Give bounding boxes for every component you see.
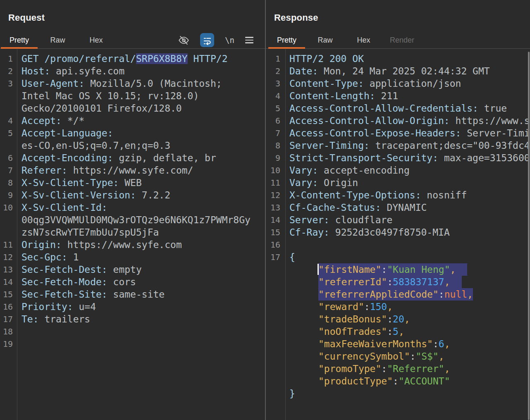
line-number xyxy=(266,338,285,350)
code-text: { xyxy=(285,251,295,263)
code-row: 10Vary: accept-encoding xyxy=(266,164,530,177)
code-text: X-Sv-Client-Id: xyxy=(17,201,107,214)
code-row: 2Date: Mon, 24 Mar 2025 02:44:32 GMT xyxy=(266,65,530,77)
code-text: Access-Control-Allow-Credentials: true xyxy=(285,102,507,115)
code-text: Referer: https://www.syfe.com/ xyxy=(17,164,193,177)
response-tabs: PrettyRawHexRender xyxy=(267,32,421,48)
line-number xyxy=(266,350,285,363)
code-row: 7Access-Control-Expose-Headers: Server-T… xyxy=(266,127,530,139)
line-number: 12 xyxy=(266,189,285,201)
code-row: 17Te: trailers xyxy=(0,313,265,325)
hide-nonprintables-icon[interactable] xyxy=(178,35,189,46)
line-number: 11 xyxy=(0,239,17,251)
code-row: 3User-Agent: Mozilla/5.0 (Macintosh; xyxy=(0,77,265,90)
code-text: Accept-Language: xyxy=(17,127,113,139)
code-row: 4Content-Length: 211 xyxy=(266,90,530,102)
line-number: 15 xyxy=(266,226,285,239)
line-number xyxy=(0,226,17,239)
response-editor[interactable]: 1HTTP/2 200 OK2Date: Mon, 24 Mar 2025 02… xyxy=(266,49,530,420)
line-number xyxy=(0,102,17,115)
line-number: 3 xyxy=(0,77,17,90)
code-row: Intel Mac OS X 10.15; rv:128.0) xyxy=(0,90,265,102)
code-text: Access-Control-Allow-Origin: https://www… xyxy=(285,115,530,127)
code-text: Cf-Ray: 9252d3c0497f8750-MIA xyxy=(285,226,450,239)
line-number: 16 xyxy=(0,301,17,313)
code-text: "firstName":"Kuan Heng", xyxy=(285,263,467,276)
line-number xyxy=(266,301,285,313)
tab-raw[interactable]: Raw xyxy=(306,32,344,48)
text-selection: "referrerAppliedCode":null, xyxy=(318,288,473,301)
request-panel: Request PrettyRawHex xyxy=(0,0,265,420)
code-text: HTTP/2 200 OK xyxy=(285,52,364,65)
tab-hex[interactable]: Hex xyxy=(77,32,115,48)
code-row: 8Server-Timing: traceparent;desc="00-93f… xyxy=(266,139,530,152)
tab-render: Render xyxy=(383,32,421,48)
code-row: "referrerId":583837137, xyxy=(266,276,530,288)
line-number: 14 xyxy=(266,214,285,226)
code-text: Content-Type: application/json xyxy=(285,77,461,90)
code-text: es-CO,en-US;q=0.7,en;q=0.3 xyxy=(17,139,170,152)
line-number: 3 xyxy=(266,77,285,90)
code-text: Priority: u=4 xyxy=(17,301,96,313)
line-number: 16 xyxy=(266,239,285,251)
code-text: Origin: https://www.syfe.com xyxy=(17,239,182,251)
code-row: "tradeBonus":20, xyxy=(266,313,530,325)
code-row: 16 xyxy=(266,239,530,251)
code-row: 19 xyxy=(0,338,265,350)
code-row: 12X-Content-Type-Options: nosniff xyxy=(266,189,530,201)
code-text: Sec-Fetch-Site: same-site xyxy=(17,288,165,301)
menu-icon[interactable] xyxy=(245,37,253,43)
line-number: 13 xyxy=(0,263,17,276)
line-number: 4 xyxy=(266,90,285,102)
code-text xyxy=(17,325,21,338)
code-text: zsN7scRwYTE7mbUu7spU5jFa xyxy=(17,226,159,239)
code-text: "noOfTrades":5, xyxy=(285,325,404,338)
tab-pretty[interactable]: Pretty xyxy=(267,32,306,48)
text-cursor xyxy=(318,264,319,275)
line-number: 15 xyxy=(0,288,17,301)
code-text: Accept: */* xyxy=(17,115,84,127)
code-row: 14Server: cloudflare xyxy=(266,214,530,226)
line-number: 18 xyxy=(0,325,17,338)
code-row: "promoType":"Referrer", xyxy=(266,363,530,375)
response-scrollbar[interactable] xyxy=(528,52,530,420)
code-row: "noOfTrades":5, xyxy=(266,325,530,338)
line-number xyxy=(0,90,17,102)
code-row: 1HTTP/2 200 OK xyxy=(266,52,530,65)
code-row: "productType":"ACCOUNT" xyxy=(266,375,530,387)
tab-hex[interactable]: Hex xyxy=(344,32,383,48)
code-text xyxy=(285,239,289,251)
response-title: Response xyxy=(274,12,318,23)
tab-raw[interactable]: Raw xyxy=(38,32,77,48)
code-text xyxy=(17,338,21,350)
code-text: "reward":150, xyxy=(285,301,393,313)
line-number: 1 xyxy=(0,52,17,65)
tab-pretty[interactable]: Pretty xyxy=(0,32,38,48)
code-row: 9X-Sv-Client-Version: 7.2.2 xyxy=(0,189,265,201)
code-row: zsN7scRwYTE7mbUu7spU5jFa xyxy=(0,226,265,239)
line-number: 8 xyxy=(266,139,285,152)
code-row: "currencySymbol":"S$", xyxy=(266,350,530,363)
code-text: "productType":"ACCOUNT" xyxy=(285,375,450,387)
code-text: Host: api.syfe.com xyxy=(17,65,124,77)
code-text: "promoType":"Referrer", xyxy=(285,363,450,375)
code-row: 6Accept-Encoding: gzip, deflate, br xyxy=(0,152,265,164)
word-wrap-icon[interactable] xyxy=(200,33,214,47)
code-text: X-Content-Type-Options: nosniff xyxy=(285,189,467,201)
code-row: 17{ xyxy=(266,251,530,263)
code-row: 13Sec-Fetch-Dest: empty xyxy=(0,263,265,276)
code-row: 4Accept: */* xyxy=(0,115,265,127)
line-number: 6 xyxy=(266,115,285,127)
code-row: 11Vary: Origin xyxy=(266,177,530,189)
code-text: Content-Length: 211 xyxy=(285,90,398,102)
newline-icon[interactable]: \n xyxy=(225,36,234,45)
request-editor[interactable]: 1GET /promo/referral/SRP6X8B8Y HTTP/22Ho… xyxy=(0,49,265,420)
line-number: 7 xyxy=(0,164,17,177)
code-text: Gecko/20100101 Firefox/128.0 xyxy=(17,102,182,115)
code-text: 00qg3VVQWMUlD0MQw3rOTQz9e6N6KQ1z7PWMr8Gy xyxy=(17,214,251,226)
code-text: } xyxy=(285,387,295,400)
code-text: User-Agent: Mozilla/5.0 (Macintosh; xyxy=(17,77,222,90)
line-number xyxy=(266,375,285,387)
line-number: 9 xyxy=(266,152,285,164)
code-row: 7Referer: https://www.syfe.com/ xyxy=(0,164,265,177)
